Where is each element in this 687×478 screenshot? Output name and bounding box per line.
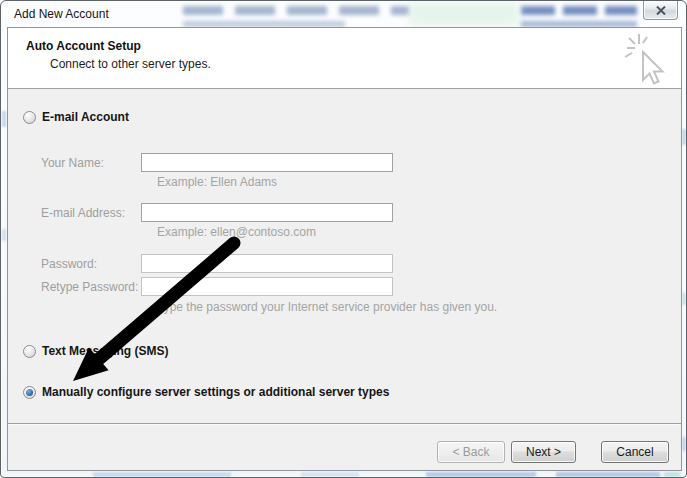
glass-blur-artifact [521,6,637,15]
radio-unselected-icon [23,345,36,358]
password-label: Password: [41,257,97,271]
wizard-header: Auto Account Setup Connect to other serv… [8,28,681,89]
your-name-label: Your Name: [41,156,104,170]
back-button: < Back [437,441,505,463]
your-name-input [141,153,393,172]
close-icon [656,6,666,15]
glass-blur-artifact [301,472,359,477]
retype-password-input [141,277,393,296]
glass-blur-artifact [2,229,6,241]
email-address-label: E-mail Address: [41,206,125,220]
next-button[interactable]: Next > [511,441,576,463]
email-address-input [141,203,393,222]
glass-blur-artifact [409,2,519,25]
cancel-button[interactable]: Cancel [601,441,669,463]
text-messaging-label: Text Messaging (SMS) [42,344,168,358]
manual-configure-radio[interactable]: Manually configure server settings or ad… [23,385,389,399]
email-account-label: E-mail Account [42,110,129,124]
glass-blur-artifact [2,111,6,127]
page-subtitle: Connect to other server types. [50,57,211,71]
close-button[interactable] [643,1,678,20]
password-input [141,254,393,273]
cursor-click-sparkle-icon [618,32,673,92]
glass-blur-artifact [556,472,660,477]
glass-blur-artifact [93,472,231,477]
glass-blur-artifact [664,472,680,477]
retype-password-label: Retype Password: [41,280,138,294]
dialog-body [7,27,682,471]
manual-configure-label: Manually configure server settings or ad… [42,385,389,399]
glass-blur-artifact [682,129,686,145]
glass-blur-artifact [183,6,409,15]
window-title: Add New Account [14,7,109,21]
your-name-hint: Example: Ellen Adams [157,175,277,189]
radio-selected-icon [23,386,36,399]
glass-blur-artifact [426,472,536,477]
page-title: Auto Account Setup [26,39,141,53]
glass-blur-artifact [682,293,686,305]
email-account-radio[interactable]: E-mail Account [23,110,129,124]
add-new-account-dialog: Add New Account Auto Account Setup Conne… [0,0,687,478]
footer-divider-highlight [8,424,681,425]
screenshot-root: Add New Account Auto Account Setup Conne… [0,0,687,478]
radio-unselected-icon [23,111,36,124]
text-messaging-radio[interactable]: Text Messaging (SMS) [23,344,168,358]
password-note: Type the password your Internet service … [157,300,497,314]
titlebar[interactable]: Add New Account [1,1,686,27]
email-address-hint: Example: ellen@contoso.com [157,225,316,239]
glass-blur-artifact [682,437,686,451]
